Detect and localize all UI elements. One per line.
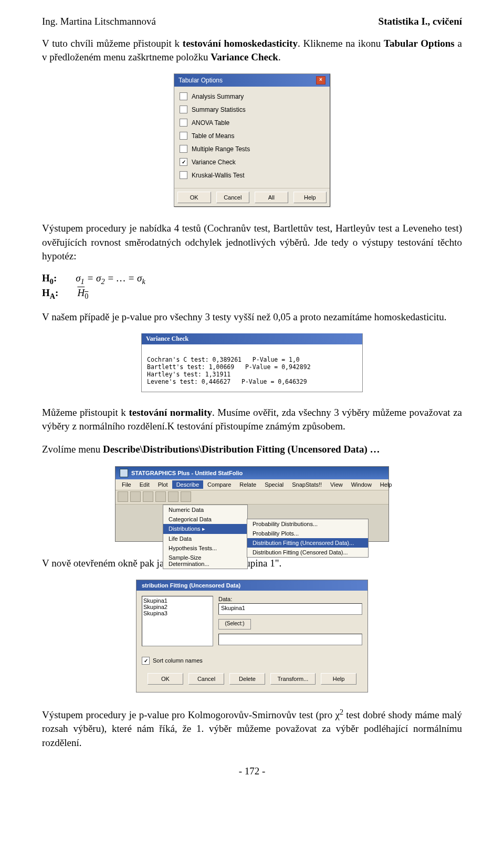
dialog-title: Tabular Options xyxy=(178,77,223,84)
select-field[interactable] xyxy=(218,634,362,645)
checkbox-row[interactable]: ✓Variance Check xyxy=(180,155,324,169)
ok-button[interactable]: OK xyxy=(148,673,183,685)
ha-expression: H0 xyxy=(77,287,88,301)
menu-item-plot[interactable]: Plot xyxy=(154,480,172,489)
tabular-options-dialog: Tabular Options × Analysis SummarySummar… xyxy=(174,74,330,207)
distribution-fitting-dialog: stribution Fitting (Uncensored Data) Sku… xyxy=(136,580,368,692)
menu-item[interactable]: Numeric Data xyxy=(163,505,247,515)
paragraph-6: V nově otevřeném okně pak jako Data zadá… xyxy=(42,557,462,570)
toolbar-icon[interactable] xyxy=(181,491,191,502)
ok-button[interactable]: OK xyxy=(177,192,211,203)
menu-item-help[interactable]: Help xyxy=(376,480,396,489)
column-list[interactable]: Skupina1Skupina2Skupina3 xyxy=(142,596,213,646)
menu-item-special[interactable]: Special xyxy=(260,480,288,489)
menubar[interactable]: FileEditPlotDescribeCompareRelateSpecial… xyxy=(116,479,388,490)
app-icon xyxy=(120,469,128,477)
checkbox[interactable] xyxy=(180,171,187,179)
menu-item-compare[interactable]: Compare xyxy=(203,480,235,489)
menu-item[interactable]: Sample-Size Determination... xyxy=(163,553,247,569)
delete-button[interactable]: Delete xyxy=(229,673,265,685)
checkbox[interactable] xyxy=(180,132,187,140)
menu-item-snapstats!![interactable]: SnapStats!! xyxy=(288,480,326,489)
checkbox-label: Multiple Range Tests xyxy=(192,145,250,153)
toolbar-icon[interactable] xyxy=(168,491,178,502)
checkbox[interactable] xyxy=(180,145,187,153)
all-button[interactable]: All xyxy=(255,192,288,203)
checkbox[interactable] xyxy=(180,119,187,127)
checkbox-label: Analysis Summary xyxy=(192,93,244,100)
menu-item-edit[interactable]: Edit xyxy=(135,480,154,489)
cancel-button[interactable]: Cancel xyxy=(216,192,250,203)
menu-item[interactable]: Distributions ▸ xyxy=(163,524,247,534)
menu-item-file[interactable]: File xyxy=(118,480,135,489)
submenu-item[interactable]: Probability Plots... xyxy=(247,529,368,538)
select-label: (Select:) xyxy=(218,619,251,629)
transform-button[interactable]: Transform... xyxy=(270,673,316,685)
checkbox[interactable] xyxy=(180,92,187,100)
checkbox-row[interactable]: Analysis Summary xyxy=(180,90,324,103)
sort-label: Sort column names xyxy=(153,657,203,664)
menu-item[interactable]: Categorical Data xyxy=(163,515,247,524)
submenu-item[interactable]: Probability Distributions... xyxy=(247,519,368,529)
help-button[interactable]: Help xyxy=(293,192,327,203)
checkbox-row[interactable]: Table of Means xyxy=(180,129,324,142)
toolbar-icon[interactable] xyxy=(143,491,153,502)
list-item[interactable]: Skupina2 xyxy=(143,604,212,610)
hypotheses-block: H0: σ1 = σ2 = … = σk HA: H0 xyxy=(42,272,462,301)
paragraph-2: Výstupem procedury je nabídka 4 testů (C… xyxy=(42,222,462,263)
data-label: Data: xyxy=(218,596,362,602)
help-button[interactable]: Help xyxy=(321,673,356,685)
paragraph-3: V našem případě je p-value pro všechny 3… xyxy=(42,310,462,324)
toolbar-icon[interactable] xyxy=(130,491,141,502)
menu-item-window[interactable]: Window xyxy=(347,480,376,489)
paragraph-5: Zvolíme menu Describe\Distributions\Dist… xyxy=(42,443,462,456)
variance-check-text: Cochran's C test: 0,389261 P-Value = 1,0… xyxy=(142,344,362,392)
toolbar xyxy=(116,490,388,505)
dialog-title: stribution Fitting (Uncensored Data) xyxy=(136,580,368,591)
checkbox-row[interactable]: Multiple Range Tests xyxy=(180,142,324,155)
checkbox-row[interactable]: Summary Statistics xyxy=(180,103,324,116)
toolbar-icon[interactable] xyxy=(155,491,166,502)
paragraph-7: Výstupem procedury je p-value pro Kolmog… xyxy=(42,707,462,750)
close-icon[interactable]: × xyxy=(316,76,326,85)
output-title: Variance Check xyxy=(142,333,362,344)
checkbox-row[interactable]: ANOVA Table xyxy=(180,116,324,129)
h0-expression: σ1 = σ2 = … = σk xyxy=(76,272,145,286)
menu-item-relate[interactable]: Relate xyxy=(235,480,260,489)
menu-item[interactable]: Hypothesis Tests... xyxy=(163,543,247,553)
menu-item-describe[interactable]: Describe xyxy=(172,480,203,489)
h0-label: H0: xyxy=(42,272,57,286)
checkbox-label: Kruskal-Wallis Test xyxy=(192,172,245,179)
sort-checkbox[interactable]: ✓ xyxy=(142,657,150,665)
statgraphics-window: STATGRAPHICS Plus - Untitled StatFolio F… xyxy=(115,466,389,542)
paragraph-1: V tuto chvíli můžeme přistoupit k testov… xyxy=(42,37,462,64)
submenu-item[interactable]: Distribution Fitting (Uncensored Data)..… xyxy=(247,538,368,548)
checkbox-label: Table of Means xyxy=(192,132,234,140)
checkbox-label: ANOVA Table xyxy=(192,119,229,127)
header-right: Statistika I., cvičení xyxy=(379,16,462,27)
header-left: Ing. Martina Litschmannová xyxy=(42,16,156,27)
submenu-item[interactable]: Distribution Fitting (Censored Data)... xyxy=(247,548,368,557)
list-item[interactable]: Skupina1 xyxy=(143,597,212,604)
cancel-button[interactable]: Cancel xyxy=(188,673,224,685)
paragraph-4: Můžeme přistoupit k testování normality.… xyxy=(42,406,462,433)
app-title: STATGRAPHICS Plus - Untitled StatFolio xyxy=(131,470,243,476)
menu-item-view[interactable]: View xyxy=(326,480,347,489)
list-item[interactable]: Skupina3 xyxy=(143,610,212,616)
checkbox[interactable] xyxy=(180,106,187,113)
ha-label: HA: xyxy=(42,287,58,301)
checkbox-row[interactable]: Kruskal-Wallis Test xyxy=(180,169,324,182)
checkbox-label: Summary Statistics xyxy=(192,106,246,113)
checkbox[interactable]: ✓ xyxy=(180,158,187,166)
variance-check-output: Variance Check Cochran's C test: 0,38926… xyxy=(141,333,363,392)
page-number: - 172 - xyxy=(42,765,462,777)
data-field[interactable]: Skupina1 xyxy=(218,603,362,615)
menu-item[interactable]: Life Data xyxy=(163,534,247,543)
checkbox-label: Variance Check xyxy=(192,159,236,166)
toolbar-icon[interactable] xyxy=(118,491,128,502)
